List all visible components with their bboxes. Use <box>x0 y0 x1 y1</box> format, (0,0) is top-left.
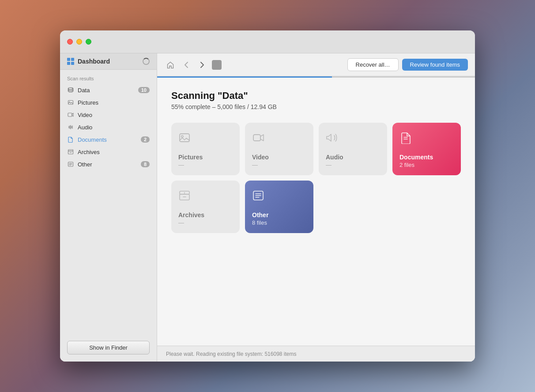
stop-button[interactable] <box>212 60 222 70</box>
data-icon <box>67 87 74 94</box>
sidebar-item-other-label: Other <box>78 161 137 168</box>
sidebar-item-other[interactable]: Other 8 <box>60 158 157 170</box>
dashboard-icon <box>67 58 74 65</box>
archives-card-count: — <box>178 219 184 226</box>
category-card-video[interactable]: Video — <box>245 123 313 175</box>
sidebar-footer: Show in Finder <box>60 341 157 354</box>
svg-point-0 <box>68 88 73 90</box>
sidebar-item-data-label: Data <box>78 87 135 94</box>
scan-results-label: Scan results <box>60 70 157 84</box>
show-finder-button[interactable]: Show in Finder <box>67 341 150 354</box>
documents-icon <box>67 136 74 143</box>
documents-card-name: Documents <box>399 154 433 161</box>
recover-button[interactable]: Recover all… <box>347 58 399 71</box>
archives-card-name: Archives <box>178 211 204 219</box>
traffic-lights <box>67 39 91 45</box>
review-button[interactable]: Review found items <box>402 59 468 71</box>
documents-badge: 2 <box>141 136 150 143</box>
category-grid-row2: Archives — Other 8 files <box>171 181 461 233</box>
forward-button[interactable] <box>196 59 208 71</box>
status-bar: Please wait. Reading existing file syste… <box>157 346 475 362</box>
sidebar-item-video[interactable]: Video <box>60 109 157 121</box>
other-icon <box>67 161 74 168</box>
other-card-icon <box>252 189 264 204</box>
titlebar <box>60 30 475 53</box>
category-card-pictures[interactable]: Pictures — <box>171 123 240 175</box>
sidebar-dashboard[interactable]: Dashboard <box>60 53 157 70</box>
sidebar: Dashboard Scan results Data 10 <box>60 53 157 362</box>
data-badge: 10 <box>138 87 150 93</box>
sidebar-item-archives[interactable]: Archives <box>60 146 157 158</box>
pictures-card-name: Pictures <box>178 154 203 161</box>
other-card-name: Other <box>252 211 268 219</box>
category-card-other[interactable]: Other 8 files <box>245 181 313 233</box>
video-card-icon <box>252 132 264 147</box>
pictures-card-icon <box>178 132 191 147</box>
app-body: Dashboard Scan results Data 10 <box>60 53 475 362</box>
category-card-documents[interactable]: Documents 2 files <box>392 123 461 175</box>
back-button[interactable] <box>180 59 192 71</box>
close-button[interactable] <box>67 39 73 45</box>
sidebar-item-documents-label: Documents <box>78 136 137 143</box>
sidebar-item-data[interactable]: Data 10 <box>60 84 157 96</box>
audio-card-icon <box>326 132 338 147</box>
svg-rect-9 <box>253 135 260 141</box>
archives-card-icon <box>178 189 191 204</box>
home-button[interactable] <box>164 59 177 71</box>
maximize-button[interactable] <box>86 39 91 45</box>
app-window: Dashboard Scan results Data 10 <box>60 30 475 362</box>
documents-card-icon <box>399 132 412 147</box>
scan-title: Scanning "Data" <box>171 90 461 102</box>
toolbar: Recover all… Review found items <box>157 53 475 76</box>
sidebar-item-audio-label: Audio <box>78 124 150 131</box>
sidebar-item-documents[interactable]: Documents 2 <box>60 133 157 146</box>
sidebar-item-pictures[interactable]: Pictures <box>60 96 157 109</box>
other-card-count: 8 files <box>252 219 267 226</box>
svg-rect-7 <box>180 134 189 142</box>
category-card-archives[interactable]: Archives — <box>171 181 240 233</box>
minimize-button[interactable] <box>76 39 82 45</box>
video-card-count: — <box>252 162 258 168</box>
sidebar-item-audio[interactable]: Audio <box>60 121 157 133</box>
archives-icon <box>67 148 74 155</box>
dashboard-label: Dashboard <box>78 58 110 65</box>
audio-card-count: — <box>326 162 332 168</box>
video-icon <box>67 111 74 118</box>
main-panel: Recover all… Review found items Scanning… <box>157 53 475 362</box>
sidebar-item-video-label: Video <box>78 112 150 118</box>
content-area: Scanning "Data" 55% complete – 5,000 fil… <box>157 78 475 346</box>
svg-rect-3 <box>68 113 72 117</box>
sidebar-item-pictures-label: Pictures <box>78 99 150 106</box>
other-badge: 8 <box>141 161 150 167</box>
scan-subtitle: 55% complete – 5,000 files / 12.94 GB <box>171 103 461 110</box>
audio-card-name: Audio <box>326 154 343 161</box>
pictures-icon <box>67 99 74 106</box>
audio-icon <box>67 124 74 131</box>
video-card-name: Video <box>252 154 269 161</box>
status-text: Please wait. Reading existing file syste… <box>166 351 296 357</box>
documents-card-count: 2 files <box>399 162 414 168</box>
category-grid-row1: Pictures — Video — <box>171 123 461 175</box>
pictures-card-count: — <box>178 162 184 168</box>
sidebar-item-archives-label: Archives <box>78 149 150 155</box>
loading-spinner <box>143 58 150 65</box>
svg-point-8 <box>181 136 183 137</box>
category-card-audio[interactable]: Audio — <box>319 123 387 175</box>
svg-rect-1 <box>68 101 73 105</box>
